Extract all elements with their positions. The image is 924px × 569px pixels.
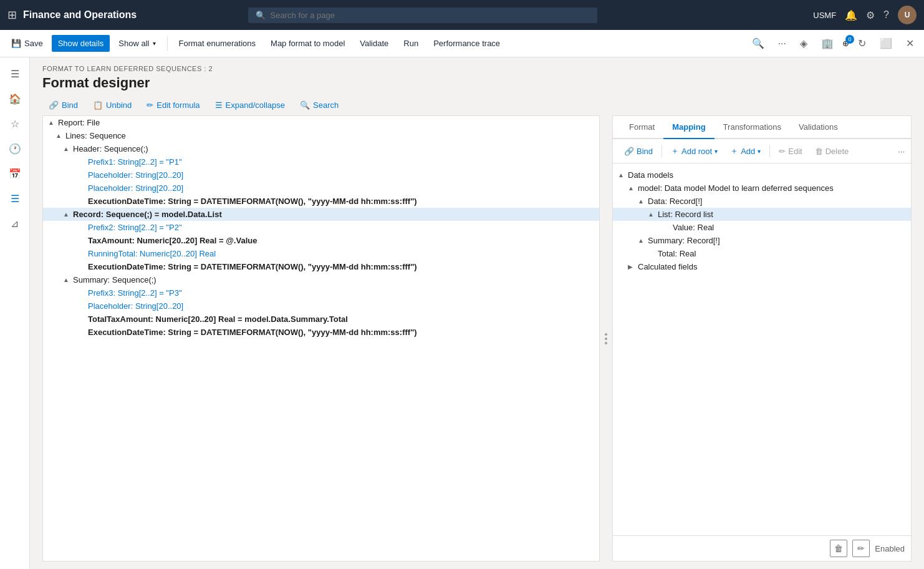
- edit-formula-button[interactable]: ✏ Edit formula: [140, 97, 206, 113]
- user-avatar[interactable]: U: [898, 6, 917, 24]
- dt-label-summary-record: Summary: Record[!]: [648, 236, 720, 245]
- validate-button[interactable]: Validate: [354, 35, 395, 52]
- global-search-input[interactable]: [271, 11, 590, 20]
- tree-node-prefix3[interactable]: Prefix3: String[2..2] = "P3": [43, 286, 599, 299]
- dt-node-value[interactable]: Value: Real: [613, 221, 911, 234]
- tree-label-prefix1: Prefix1: String[2..2] = "P1": [88, 157, 182, 167]
- toolbar-search-button[interactable]: 🔍: [747, 34, 769, 53]
- tree-node-prefix1[interactable]: Prefix1: String[2..2] = "P1": [43, 155, 599, 168]
- toolbar-right-actions: 🔍 ··· ◈ 🏢 ⊕ 0 ↻ ⬜ ✕: [747, 34, 919, 53]
- content-area: FORMAT TO LEARN DEFERRED SEQUENCES : 2 F…: [30, 57, 924, 569]
- tree-node-lines[interactable]: ▲ Lines: Sequence: [43, 129, 599, 142]
- toolbar-close-button[interactable]: ✕: [901, 34, 919, 53]
- dt-node-list[interactable]: ▲ List: Record list: [613, 208, 911, 221]
- top-right-icons: USMF 🔔 ⚙ ? U: [813, 6, 917, 24]
- edit-formula-icon: ✏: [147, 100, 153, 110]
- save-button[interactable]: 💾 Save: [5, 35, 49, 52]
- tree-node-placeholder2[interactable]: Placeholder: String[20..20]: [43, 182, 599, 195]
- show-details-button[interactable]: Show details: [52, 35, 110, 52]
- tree-node-placeholder3[interactable]: Placeholder: String[20..20]: [43, 299, 599, 313]
- performance-trace-button[interactable]: Performance trace: [427, 35, 506, 52]
- delete-button[interactable]: 🗑 Delete: [810, 144, 854, 158]
- page-header: FORMAT TO LEARN DEFERRED SEQUENCES : 2 F…: [30, 57, 924, 97]
- add-icon: ＋: [730, 145, 738, 157]
- panel-resize-grip[interactable]: [602, 115, 610, 562]
- page-title: Format designer: [42, 75, 912, 91]
- tab-validations[interactable]: Validations: [790, 116, 847, 139]
- help-icon[interactable]: ?: [883, 9, 889, 21]
- tree-label-lines: Lines: Sequence: [65, 131, 126, 140]
- tree-node-summary[interactable]: ▲ Summary: Sequence(;): [43, 273, 599, 286]
- toolbar-more-button[interactable]: ···: [773, 34, 791, 53]
- nav-filter-icon[interactable]: ⊿: [4, 212, 26, 235]
- global-search-bar[interactable]: 🔍: [248, 7, 597, 23]
- dt-node-summary-record[interactable]: ▲ Summary: Record[!]: [613, 234, 911, 247]
- tab-mapping[interactable]: Mapping: [663, 116, 714, 139]
- tree-node-execdate2[interactable]: ExecutionDateTime: String = DATETIMEFORM…: [43, 260, 599, 273]
- expand-collapse-button[interactable]: ☰ Expand/collapse: [209, 97, 291, 113]
- tree-node-prefix2[interactable]: Prefix2: String[2..2] = "P2": [43, 221, 599, 234]
- toolbar-office-button[interactable]: 🏢: [816, 34, 839, 53]
- tree-node-report[interactable]: ▲ Report: File: [43, 116, 599, 129]
- dt-label-model: model: Data model Model to learn deferre…: [638, 183, 834, 193]
- add-root-dropdown-icon: ▾: [715, 148, 718, 155]
- toggle-lines: ▲: [55, 132, 63, 139]
- tree-node-taxamount[interactable]: TaxAmount: Numeric[20..20] Real = @.Valu…: [43, 234, 599, 247]
- unbind-button[interactable]: 📋 Unbind: [87, 97, 138, 113]
- toolbar-badge-button[interactable]: ⊕ 0: [842, 39, 849, 48]
- tree-label-totaltax: TotalTaxAmount: Numeric[20..20] Real = m…: [88, 314, 348, 324]
- show-all-button[interactable]: Show all ▾: [112, 35, 161, 52]
- main-layout: ☰ 🏠 ☆ 🕐 📅 ☰ ⊿ FORMAT TO LEARN DEFERRED S…: [0, 57, 924, 569]
- nav-star-icon[interactable]: ☆: [4, 112, 26, 135]
- tree-node-record[interactable]: ▲ Record: Sequence(;) = model.Data.List: [43, 208, 599, 221]
- tree-node-runningtotal[interactable]: RunningTotal: Numeric[20..20] Real: [43, 247, 599, 260]
- right-bind-button[interactable]: 🔗 Bind: [619, 144, 658, 158]
- dt-node-calc-fields[interactable]: ▶ Calculated fields: [613, 260, 911, 273]
- main-toolbar: 💾 Save Show details Show all ▾ Format en…: [0, 30, 924, 57]
- status-edit-icon[interactable]: ✏: [852, 540, 870, 557]
- toolbar-expand-button[interactable]: ⬜: [875, 34, 897, 53]
- dt-node-model[interactable]: ▲ model: Data model Model to learn defer…: [613, 182, 911, 195]
- nav-hamburger-icon[interactable]: ☰: [4, 62, 26, 85]
- search-button[interactable]: 🔍 Search: [294, 97, 345, 113]
- bind-button[interactable]: 🔗 Bind: [42, 97, 84, 113]
- toolbar-diamond-button[interactable]: ◈: [795, 34, 812, 53]
- dt-label-data-models: Data models: [628, 170, 673, 180]
- tab-format[interactable]: Format: [620, 116, 663, 139]
- dt-label-data-record: Data: Record[!]: [648, 197, 702, 206]
- right-toolbar-more[interactable]: ···: [898, 147, 905, 156]
- tree-label-placeholder3: Placeholder: String[20..20]: [88, 301, 183, 311]
- nav-home-icon[interactable]: 🏠: [4, 87, 26, 110]
- notification-icon[interactable]: 🔔: [845, 9, 857, 21]
- edit-button[interactable]: ✏ Edit: [774, 144, 807, 158]
- tree-node-totaltax[interactable]: TotalTaxAmount: Numeric[20..20] Real = m…: [43, 313, 599, 326]
- run-button[interactable]: Run: [397, 35, 425, 52]
- nav-list-icon[interactable]: ☰: [4, 187, 26, 210]
- tree-node-execdate1[interactable]: ExecutionDateTime: String = DATETIMEFORM…: [43, 195, 599, 208]
- toggle-record: ▲: [63, 211, 70, 218]
- dt-node-data-models[interactable]: ▲ Data models: [613, 168, 911, 182]
- settings-icon[interactable]: ⚙: [866, 9, 875, 21]
- nav-recent-icon[interactable]: 🕐: [4, 137, 26, 160]
- tree-label-runningtotal: RunningTotal: Numeric[20..20] Real: [88, 249, 216, 258]
- bind-icon: 🔗: [49, 100, 59, 110]
- app-menu-icon[interactable]: ⊞: [7, 8, 17, 22]
- map-format-button[interactable]: Map format to model: [264, 35, 351, 52]
- dt-node-data-record[interactable]: ▲ Data: Record[!]: [613, 195, 911, 208]
- status-delete-icon[interactable]: 🗑: [830, 540, 847, 557]
- edit-icon: ✏: [779, 147, 786, 156]
- add-root-button[interactable]: ＋ Add root ▾: [666, 143, 723, 159]
- format-enumerations-button[interactable]: Format enumerations: [173, 35, 262, 52]
- tab-transformations[interactable]: Transformations: [715, 116, 790, 139]
- dt-node-total[interactable]: Total: Real: [613, 247, 911, 260]
- tree-node-header[interactable]: ▲ Header: Sequence(;): [43, 142, 599, 155]
- add-button[interactable]: ＋ Add ▾: [725, 143, 766, 159]
- tree-node-placeholder1[interactable]: Placeholder: String[20..20]: [43, 168, 599, 182]
- toolbar-refresh-button[interactable]: ↻: [853, 34, 871, 53]
- tree-node-execdate3[interactable]: ExecutionDateTime: String = DATETIMEFORM…: [43, 326, 599, 339]
- dt-label-total: Total: Real: [658, 249, 696, 258]
- right-panel: Format Mapping Transformations Validatio…: [612, 115, 912, 562]
- show-all-dropdown-icon: ▾: [153, 40, 156, 47]
- nav-calendar-icon[interactable]: 📅: [4, 162, 26, 185]
- toggle-report: ▲: [48, 119, 55, 126]
